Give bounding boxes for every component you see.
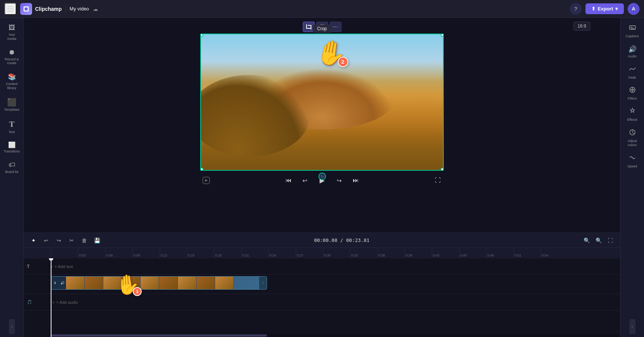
sidebar-item-your-media[interactable]: 🖼 Your media [2,21,22,44]
ruler-mark-8: 0:24 [268,248,296,258]
skip-to-end-button[interactable]: ⏭ [350,174,362,186]
clip-thumb-9 [215,277,234,289]
sidebar-item-audio[interactable]: 🔊 Audio [622,42,643,62]
text-track-icon: T [27,264,29,269]
video-canvas[interactable] [200,34,444,171]
resize-handle-top-right[interactable] [441,34,444,37]
timeline-ruler: 0:03 0:06 0:09 0:12 0:15 0:18 0:21 0:24 … [24,248,620,258]
sidebar-item-record-create[interactable]: ⏺ Record &create [2,45,22,69]
add-audio-button[interactable]: + + Add audio [51,294,620,310]
export-label: Export [598,6,613,12]
save-button[interactable]: 💾 [92,235,102,246]
avatar-button[interactable]: A [628,3,640,15]
ruler-mark-7: 0:21 [241,248,268,258]
right-sidebar-collapse-button[interactable]: ‹ [629,319,635,334]
text-icon: T [9,119,15,129]
sidebar-item-text[interactable]: T Text [2,116,22,137]
sidebar-item-effects[interactable]: Effects [622,104,643,125]
effects-icon [629,107,636,117]
clip-end-button[interactable]: ⋮ [259,277,267,289]
resize-handle-bottom-right[interactable] [441,168,444,171]
sidebar-item-fade[interactable]: Fade [622,62,643,83]
rotate-handle[interactable]: ↻ [318,173,326,180]
audio-label: Audio [628,54,637,59]
brand-kit-icon: 🏷 [9,161,15,169]
text-track-row: T + + Add text [24,258,620,275]
magic-wand-button[interactable]: ✦ [28,235,39,246]
crop-tooltip: Crop [312,25,331,33]
app-logo: Clipchamp [20,3,62,15]
skip-to-start-button[interactable]: ⏮ [283,174,295,186]
record-icon: ⏺ [9,48,15,56]
rewind-button[interactable]: ↩ [299,174,311,186]
clip-thumb-1 [66,277,85,289]
transitions-label: Transitions [4,149,20,154]
add-text-button[interactable]: + + Add text [51,258,620,274]
ruler-mark-2: 0:06 [105,248,132,258]
audio-track-content[interactable]: + + Add audio [51,294,620,310]
audio-track-row: 🎵 + + Add audio [24,294,620,311]
topbar-right: ? ⬆ Export ▾ A [570,3,640,15]
center-area: Crop ··· [24,18,620,337]
cut-button[interactable]: ✂ [66,235,77,246]
sidebar-item-filters[interactable]: Filters [622,83,643,104]
sidebar-item-captions[interactable]: Captions [622,21,643,41]
project-name-label[interactable]: My video [70,6,89,12]
fullscreen-button[interactable]: ⛶ [432,174,444,186]
sidebar-item-templates[interactable]: ⬛ Templates [2,95,22,115]
video-controls-left [200,174,212,186]
aspect-ratio-display[interactable]: 16:9 [574,22,590,31]
clip-audio-button[interactable]: 🔊 [59,277,66,289]
sidebar-item-brand-kit[interactable]: 🏷 Brand kit [2,158,22,177]
timeline-scrollbar[interactable] [51,334,620,337]
ruler-mark-12: 0:36 [377,248,405,258]
adjust-colors-icon [629,129,636,138]
zoom-out-button[interactable]: 🔍 [581,235,592,246]
sidebar-item-transitions[interactable]: ⬜ Transitions [2,138,22,157]
captions-label: Captions [626,34,639,38]
clip-thumb-8 [197,277,215,289]
video-preview-area: Crop ··· [24,18,620,233]
help-button[interactable]: ? [570,3,582,15]
svg-rect-6 [629,26,635,29]
timeline-toolbar: ✦ ↩ ↪ ✂ 🗑 💾 00:00.08 / 00:23.81 🔍 🔍 ⛶ [24,233,620,248]
fit-timeline-button[interactable]: ⛶ [605,235,616,246]
resize-handle-top-left[interactable] [200,34,203,37]
redo-button[interactable]: ↪ [54,235,64,246]
zoom-in-button[interactable]: 🔍 [593,235,604,246]
clip-thumb-6 [159,277,178,289]
sidebar-item-adjust-colors[interactable]: Adjustcolors [622,126,643,150]
sidebar-item-speed[interactable]: Speed [622,151,643,171]
fade-icon [629,65,636,75]
video-clip[interactable]: ⏸ 🔊 [51,276,267,290]
undo-button[interactable]: ↩ [41,235,51,246]
templates-label: Templates [4,108,19,112]
desert-scene [201,34,443,170]
timeline-scrollbar-thumb[interactable] [51,334,267,337]
clip-thumb-7 [178,277,197,289]
ruler-mark-17: 0:51 [513,248,541,258]
clip-thumbnails [66,277,259,289]
speed-icon [629,154,636,163]
timeline-tracks: T + + Add text ⏸ 🔊 [24,258,620,337]
sidebar-expand-button[interactable]: › [9,319,15,334]
clip-thumb-4 [122,277,141,289]
resize-handle-bottom-left[interactable] [200,168,203,171]
app-name-label: Clipchamp [35,6,62,12]
ruler-mark-10: 0:30 [323,248,350,258]
record-label: Record &create [5,57,19,66]
your-media-icon: 🖼 [9,24,15,32]
forward-button[interactable]: ↪ [333,174,345,186]
topbar: Clipchamp My video ☁ ? ⬆ Export ▾ A [0,0,644,18]
time-display: 00:00.08 / 00:23.81 [314,237,370,243]
content-library-icon: 📚 [8,73,16,81]
menu-button[interactable] [4,3,16,15]
ruler-mark-0 [51,248,78,258]
video-track-content[interactable]: ⏸ 🔊 [51,275,620,294]
delete-button[interactable]: 🗑 [79,235,89,246]
transitions-icon: ⬜ [8,141,16,148]
sidebar-item-content-library[interactable]: 📚 Contentlibrary [2,70,22,93]
clip-mute-button[interactable]: ⏸ [51,277,59,289]
export-button[interactable]: ⬆ Export ▾ [585,3,624,14]
text-track-content[interactable]: + + Add text [51,258,620,274]
